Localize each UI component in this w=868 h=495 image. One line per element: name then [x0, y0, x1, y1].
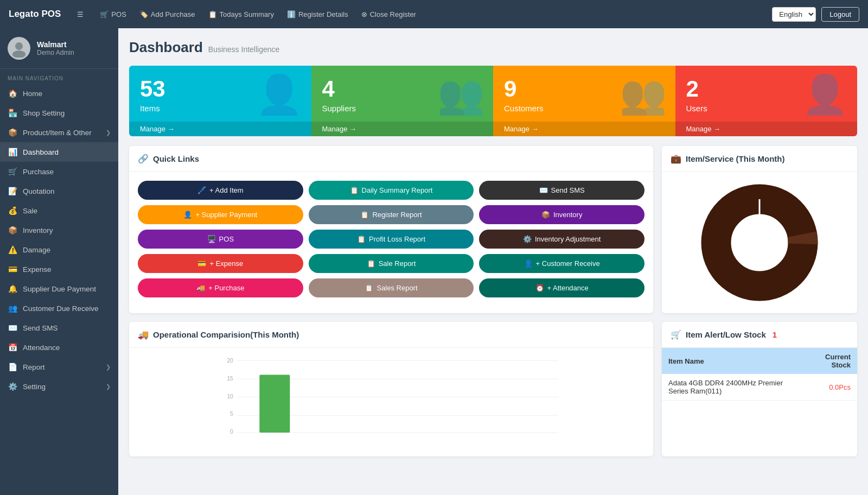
sidebar-item-supplier-due[interactable]: 🔔Supplier Due Payment	[0, 279, 118, 299]
svg-text:15: 15	[227, 376, 233, 382]
ql-sales-report[interactable]: 📋 Sales Report	[309, 278, 474, 297]
sidebar-role: Demo Admin	[37, 49, 74, 56]
svg-text:5: 5	[230, 411, 233, 417]
operational-title: Operational Comparision(This Month)	[153, 330, 299, 339]
quick-links-body: 🖊️ + Add Item 📋 Daily Summary Report ✉️ …	[129, 172, 653, 306]
sidebar-item-shop-setting[interactable]: 🏪Shop Setting	[0, 103, 118, 123]
page-title: Dashboard	[129, 39, 203, 56]
ql-supplier-payment[interactable]: 👤 + Supplier Payment	[138, 205, 303, 224]
quick-links-card: 🔗 Quick Links 🖊️ + Add Item 📋 Daily Summ…	[129, 146, 653, 313]
sidebar-item-customer-due[interactable]: 👥Customer Due Receive	[0, 299, 118, 318]
sidebar-item-product[interactable]: 📦Product/Item & Other❯	[0, 123, 118, 142]
svg-text:0: 0	[230, 429, 233, 435]
item-service-title: Item/Service (This Month)	[686, 154, 785, 163]
avatar	[8, 37, 30, 60]
report-icon: 📄	[8, 363, 17, 371]
sidebar-item-setting[interactable]: ⚙️Setting❯	[0, 377, 118, 396]
ql-customer-receive[interactable]: 👤 + Customer Receive	[479, 254, 644, 273]
sidebar-item-send-sms[interactable]: ✉️Send SMS	[0, 318, 118, 338]
sidebar-item-attendance[interactable]: 📅Attendance	[0, 338, 118, 357]
sidebar-username: Walmart	[37, 40, 74, 49]
setting-icon: ⚙️	[8, 382, 17, 391]
topbar-pos[interactable]: 🛒 POS	[94, 7, 131, 22]
briefcase-icon: 💼	[671, 154, 681, 164]
damage-icon: ⚠️	[8, 245, 17, 254]
col-current-stock: Current Stock	[804, 348, 857, 374]
stat-card-users[interactable]: 2 Users 👤 Manage →	[675, 66, 858, 136]
stat-customers-icon: 👥	[620, 72, 667, 117]
ql-expense[interactable]: 💳 + Expense	[138, 254, 303, 273]
sidebar-item-inventory[interactable]: 📦Inventory	[0, 220, 118, 240]
sidebar-item-dashboard[interactable]: 📊Dashboard	[0, 142, 118, 162]
supplier-due-icon: 🔔	[8, 284, 17, 293]
stat-items-footer[interactable]: Manage →	[129, 122, 311, 136]
stat-suppliers-icon: 👥	[437, 72, 484, 117]
topbar-close-register[interactable]: ⊗ Close Register	[356, 7, 422, 22]
language-select[interactable]: English	[772, 7, 816, 22]
ql-inventory-adj[interactable]: ⚙️ Inventory Adjustment	[479, 230, 644, 249]
svg-point-1	[12, 50, 25, 58]
quick-links-header: 🔗 Quick Links	[129, 146, 653, 172]
alert-item-stock: 0.0Pcs	[804, 374, 857, 401]
home-icon: 🏠	[8, 89, 17, 98]
middle-section: 🔗 Quick Links 🖊️ + Add Item 📋 Daily Summ…	[129, 146, 857, 313]
donut-chart	[700, 183, 819, 302]
sidebar-item-damage[interactable]: ⚠️Damage	[0, 240, 118, 259]
page-subtitle: Business Intelligence	[208, 45, 280, 54]
stat-card-suppliers[interactable]: 4 Suppliers 👥 Manage →	[311, 66, 494, 136]
hamburger-menu[interactable]: ☰	[72, 7, 89, 22]
page-header: Dashboard Business Intelligence	[129, 39, 857, 56]
stat-cards: 53 Items 👤 Manage → 4 Suppliers 👥 Manage…	[129, 66, 857, 136]
product-icon: 📦	[8, 128, 17, 137]
sms-icon: ✉️	[8, 323, 17, 332]
item-alert-header: 🛒 Item Alert/Low Stock 1	[662, 322, 857, 348]
sidebar-item-report[interactable]: 📄Report❯	[0, 357, 118, 377]
ql-add-item[interactable]: 🖊️ + Add Item	[138, 181, 303, 200]
ql-inventory[interactable]: 📦 Inventory	[479, 205, 644, 224]
layout: Walmart Demo Admin MAIN NAVIGATION 🏠Home…	[0, 28, 868, 495]
ql-send-sms[interactable]: ✉️ Send SMS	[479, 181, 644, 200]
alert-item-name: Adata 4GB DDR4 2400MHz Premier Series Ra…	[662, 374, 804, 401]
bar-chart-svg: 20 15 10 5 0	[138, 357, 644, 448]
sale-icon: 💰	[8, 206, 17, 215]
shop-icon: 🏪	[8, 109, 17, 117]
stat-customers-footer[interactable]: Manage →	[493, 122, 675, 136]
topbar-todays-summary[interactable]: 📋 Todays Summary	[203, 7, 279, 22]
table-row: Adata 4GB DDR4 2400MHz Premier Series Ra…	[662, 374, 857, 401]
dashboard-icon: 📊	[8, 148, 17, 156]
quick-links-grid: 🖊️ + Add Item 📋 Daily Summary Report ✉️ …	[138, 181, 644, 297]
attendance-icon: 📅	[8, 343, 17, 352]
sidebar-item-sale[interactable]: 💰Sale	[0, 201, 118, 220]
sidebar-item-expense[interactable]: 💳Expense	[0, 259, 118, 279]
main-content: Dashboard Business Intelligence 53 Items…	[118, 28, 868, 495]
sidebar-item-home[interactable]: 🏠Home	[0, 84, 118, 103]
stat-suppliers-footer[interactable]: Manage →	[311, 122, 494, 136]
sidebar-item-quotation[interactable]: 📝Quotation	[0, 181, 118, 201]
stat-users-footer[interactable]: Manage →	[675, 122, 858, 136]
sidebar-item-purchase[interactable]: 🛒Purchase	[0, 162, 118, 181]
sidebar: Walmart Demo Admin MAIN NAVIGATION 🏠Home…	[0, 28, 118, 495]
ql-sale-report[interactable]: 📋 Sale Report	[309, 254, 474, 273]
sidebar-section-label: MAIN NAVIGATION	[0, 69, 118, 84]
bar-chart-area: 20 15 10 5 0	[129, 348, 653, 456]
quotation-icon: 📝	[8, 187, 17, 195]
topbar-register-details[interactable]: ℹ️ Register Details	[282, 7, 354, 22]
item-service-header: 💼 Item/Service (This Month)	[662, 146, 857, 172]
topbar: Legato POS ☰ 🛒 POS 🏷️ Add Purchase 📋 Tod…	[0, 0, 868, 28]
ql-attendance[interactable]: ⏰ + Attendance	[479, 278, 644, 297]
app-brand: Legato POS	[9, 9, 61, 20]
stat-card-items[interactable]: 53 Items 👤 Manage →	[129, 66, 311, 136]
svg-text:10: 10	[227, 394, 233, 399]
stat-items-icon: 👤	[256, 72, 303, 117]
ql-register-report[interactable]: 📋 Register Report	[309, 205, 474, 224]
stat-users-icon: 👤	[801, 72, 848, 117]
ql-pos[interactable]: 🖥️ POS	[138, 230, 303, 249]
operational-card: 🚚 Operational Comparision(This Month) 20…	[129, 322, 653, 456]
ql-profit-loss[interactable]: 📋 Profit Loss Report	[309, 230, 474, 249]
user-info: Walmart Demo Admin	[37, 40, 74, 56]
ql-purchase[interactable]: 🚚 + Purchase	[138, 278, 303, 297]
logout-button[interactable]: Logout	[821, 7, 859, 22]
ql-daily-summary[interactable]: 📋 Daily Summary Report	[309, 181, 474, 200]
stat-card-customers[interactable]: 9 Customers 👥 Manage →	[493, 66, 675, 136]
topbar-add-purchase[interactable]: 🏷️ Add Purchase	[134, 7, 201, 22]
